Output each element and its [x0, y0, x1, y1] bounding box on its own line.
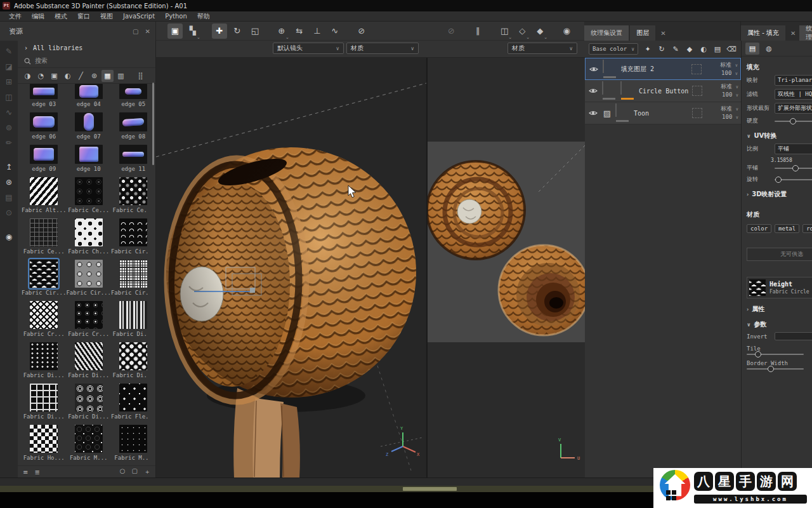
asset-thumbnail[interactable] — [75, 425, 103, 453]
move-tool-icon[interactable]: ✚⌄ — [212, 23, 227, 39]
perspective-cube-icon[interactable]: ◇⌄ — [514, 23, 530, 39]
asset-thumbnail[interactable] — [75, 112, 103, 131]
mask-placeholder-icon[interactable] — [691, 64, 702, 74]
visibility-icon[interactable] — [587, 88, 599, 94]
asset-thumbnail[interactable] — [75, 218, 103, 246]
filter-smart-materials-icon[interactable]: ▣ — [48, 70, 60, 82]
hardness-slider[interactable] — [775, 121, 812, 122]
symmetry-icon[interactable]: ⊥⌄ — [310, 23, 325, 39]
import-resources-icon[interactable]: ＋ — [144, 467, 150, 476]
tab-properties-fill[interactable]: 属性 - 填充 — [741, 25, 785, 41]
screenshot-icon[interactable]: ◉⌄ — [559, 23, 574, 39]
loading-status-icon[interactable]: ○ — [120, 467, 126, 476]
send-to-icon[interactable]: ⊛ — [2, 175, 16, 189]
asset-thumbnail[interactable] — [30, 112, 58, 131]
search-bar[interactable]: 搜索 — [18, 55, 155, 68]
parameters-header[interactable]: ∨参数 — [747, 320, 812, 329]
rotate-tool-icon[interactable]: ↻⌄ — [230, 23, 245, 39]
layer-name[interactable]: Toon — [634, 110, 689, 117]
asset-thumbnail[interactable] — [75, 260, 103, 288]
asset-thumbnail[interactable] — [119, 84, 147, 99]
shader-settings-icon[interactable]: ⊙ — [2, 206, 16, 220]
shading-dropdown[interactable]: 材质∨ — [346, 43, 419, 54]
tab-layers[interactable]: 图层 — [630, 25, 655, 41]
uv-transform-header[interactable]: ∨UV转换 — [747, 131, 812, 140]
layer-mask-thumbnail[interactable] — [620, 81, 622, 95]
asset-thumbnail[interactable] — [119, 384, 147, 411]
asset-thumbnail[interactable] — [75, 145, 103, 164]
filter-procedurals-icon[interactable]: ▦ — [102, 70, 114, 82]
tab-texture-set-settings[interactable]: 纹理集设置 — [584, 25, 629, 41]
paint-brush-tool-icon[interactable]: ✎ — [2, 44, 16, 58]
uv-tile-slider[interactable] — [775, 168, 812, 169]
invert-control[interactable] — [775, 332, 812, 340]
projection-settings-header[interactable]: ›3D映射设置 — [747, 190, 812, 199]
menu-help[interactable]: 帮助 — [192, 12, 215, 21]
add-fill-layer-icon[interactable]: ◆ — [684, 43, 695, 55]
list-view-icon[interactable]: ≡ — [23, 469, 28, 476]
manipulator-crop-icon[interactable]: ▣⌄ — [167, 23, 183, 39]
asset-thumbnail[interactable] — [119, 218, 147, 246]
menu-edit[interactable]: 编辑 — [27, 12, 49, 21]
filter-materials-icon[interactable]: ◔ — [35, 70, 47, 82]
mapping-dropdown[interactable]: Tri-planar三平面 — [775, 75, 812, 86]
display-settings-icon[interactable]: ▤ — [2, 190, 16, 204]
asset-thumbnail[interactable] — [30, 384, 58, 411]
material-ball-tab-icon[interactable]: ◍ — [762, 43, 776, 55]
menu-file[interactable]: 文件 — [4, 12, 27, 21]
add-effect-icon[interactable]: ↻ — [656, 43, 667, 55]
border-width-slider[interactable] — [747, 368, 804, 370]
menu-javascript[interactable]: JavaScript — [118, 13, 160, 20]
asset-thumbnail[interactable] — [75, 342, 103, 370]
asset-thumbnail[interactable] — [30, 218, 58, 246]
asset-thumbnail[interactable] — [119, 145, 147, 164]
delete-layer-icon[interactable]: ⌫ — [726, 43, 737, 55]
asset-thumbnail[interactable] — [75, 384, 103, 411]
details-view-icon[interactable]: ≣ — [34, 469, 39, 476]
projection-mode-icon[interactable]: ⊕⌄ — [274, 23, 289, 39]
scale-tool-icon[interactable]: ◱⌄ — [247, 23, 263, 39]
split-view-icon[interactable]: ◫⌄ — [497, 23, 512, 39]
lazy-mouse-icon[interactable]: ∿⌄ — [327, 23, 343, 39]
height-resource-slot[interactable]: Height Fabric Circle H — [747, 277, 812, 298]
layer-blend-opacity[interactable]: 标准 ∨ 100 ∨ — [705, 105, 738, 121]
shading2-dropdown[interactable]: 材质∨ — [508, 43, 577, 54]
export-textures-icon[interactable]: ↥ — [2, 160, 16, 174]
asset-thumbnail[interactable] — [30, 425, 58, 453]
add-group-icon[interactable]: ▤ — [712, 43, 723, 55]
asset-thumbnail[interactable] — [75, 301, 103, 329]
asset-thumbnail[interactable] — [75, 84, 103, 99]
filter-grid-view-icon[interactable]: ⣿ — [134, 70, 147, 82]
add-smart-material-icon[interactable]: ◐ — [698, 43, 709, 55]
close-panel-icon[interactable]: ✕ — [145, 28, 150, 35]
layer-blend-opacity[interactable]: 标准 ∨ 100 ∨ — [705, 61, 738, 77]
asset-thumbnail[interactable] — [30, 301, 58, 329]
filter-particles-icon[interactable]: ⊛ — [88, 70, 100, 82]
layer-row-fill-layer-2[interactable]: 填充图层 2 标准 ∨ 100 ∨ — [585, 58, 741, 80]
filter-smart-masks-icon[interactable]: ◐ — [62, 70, 74, 82]
param-tile-slider[interactable] — [747, 354, 804, 355]
asset-thumbnail[interactable] — [30, 342, 58, 370]
channel-chip-roughness[interactable]: rou — [802, 224, 812, 233]
filter-textures-icon[interactable]: ▥ — [115, 70, 127, 82]
asset-thumbnail[interactable] — [119, 342, 147, 370]
menu-mode[interactable]: 模式 — [49, 12, 72, 21]
filter-dropdown[interactable]: 双线性 | HQ — [775, 89, 812, 100]
pause-engine-icon[interactable]: ‖⌄ — [470, 23, 485, 39]
asset-thumbnail[interactable] — [119, 112, 147, 131]
attributes-header[interactable]: ›属性 — [747, 305, 812, 314]
properties-tab-icon[interactable]: ▤ — [745, 43, 759, 55]
layer-row-toon-group[interactable]: ▨ Toon 标准 ∨ 100 ∨ — [585, 102, 741, 124]
menu-window[interactable]: 窗口 — [72, 12, 95, 21]
library-breadcrumb[interactable]: › All libraries — [18, 41, 155, 55]
layer-name[interactable]: Circle Button Steps — [639, 88, 689, 95]
layer-thumbnail[interactable] — [602, 81, 603, 95]
channel-dropdown[interactable]: Base color∨ — [589, 43, 638, 55]
shape-crop-dropdown[interactable]: 扩展外部形状 — [775, 103, 812, 114]
manipulator-warp-icon[interactable]: ▚⌄ — [185, 23, 200, 39]
magic-wand-icon[interactable]: ✦ — [642, 43, 653, 55]
visibility-icon[interactable] — [587, 110, 599, 116]
layer-row-circle-button-steps[interactable]: Circle Button Steps 标准 ∨ 100 ∨ — [585, 80, 741, 102]
new-shelf-folder-icon[interactable]: ▢ — [132, 467, 138, 476]
visibility-toggle-icon[interactable]: ⊘⌄ — [443, 23, 459, 39]
